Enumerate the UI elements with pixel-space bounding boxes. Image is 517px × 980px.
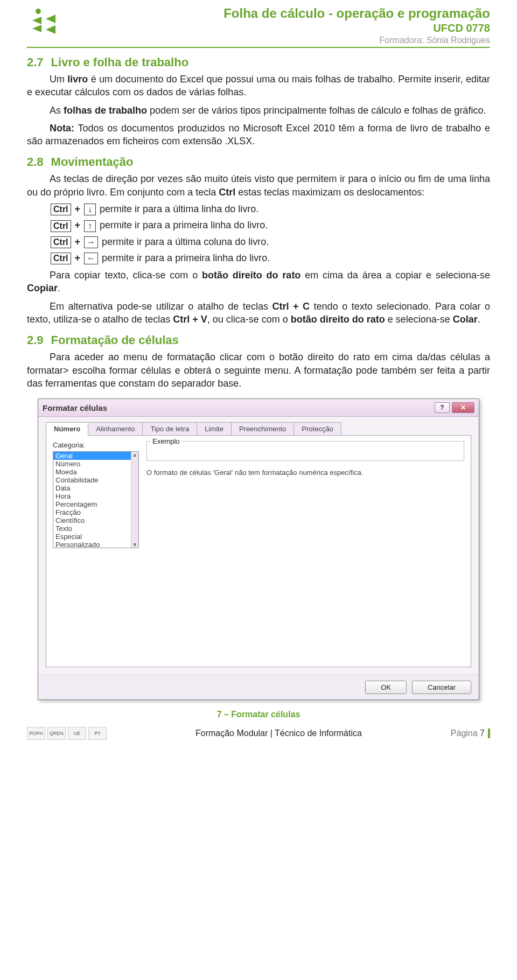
tab-alinhamento[interactable]: Alinhamento (88, 422, 143, 435)
example-groupbox: Exemplo (146, 441, 464, 461)
tab-numero[interactable]: Número (46, 422, 88, 436)
sec-27-note: Nota: Todos os documentos produzidos no … (27, 122, 490, 148)
cancel-button[interactable]: Cancelar (412, 681, 471, 694)
scroll-up-icon[interactable]: ▲ (132, 452, 138, 458)
category-label: Categoria: (53, 441, 139, 449)
list-item[interactable]: Hora (53, 492, 131, 500)
section-number: 2.7 (27, 55, 44, 69)
category-listbox[interactable]: Geral Número Moeda Contabilidade Data Ho… (53, 451, 139, 548)
list-item[interactable]: Personalizado (53, 541, 131, 548)
page-footer: POPH QREN UE PT Formação Modular | Técni… (27, 727, 490, 740)
svg-point-0 (36, 9, 41, 14)
text-bold: livro (67, 74, 88, 85)
sec-27-paragraph-2: As folhas de trabalho podem ser de vário… (27, 104, 490, 117)
sec-28-paste-paragraph: Em alternativa pode-se utilizar o atalho… (27, 300, 490, 326)
list-item[interactable]: Data (53, 484, 131, 492)
text-fragment: em cima da área a copiar e seleciona-se (301, 270, 490, 281)
text-bold: botão direito do rato (202, 270, 301, 281)
footer-center-text: Formação Modular | Técnico de Informátic… (107, 729, 451, 738)
arrow-left-key: ← (84, 253, 98, 264)
ctrl-key: Ctrl (51, 220, 71, 232)
text-fragment: . (478, 314, 480, 325)
shortcut-desc: permite ir para a primeira linha do livr… (97, 220, 268, 230)
dialog-titlebar[interactable]: Formatar células ? ✕ (38, 399, 479, 417)
scroll-down-icon[interactable]: ▼ (132, 542, 138, 548)
list-item[interactable]: Geral (53, 452, 131, 460)
text-fragment: Para copiar texto, clica-se com o (50, 270, 202, 281)
text-bold: Ctrl (219, 187, 235, 198)
shortcut-row-left: Ctrl + ← permite ir para a primeira linh… (50, 253, 490, 264)
plus-symbol: + (72, 220, 83, 230)
keyboard-shortcuts-list: Ctrl + ↓ permite ir para a última linha … (50, 204, 490, 264)
shortcut-row-right: Ctrl + → permite ir para a última coluna… (50, 236, 490, 248)
text-fragment: é um documento do Excel que possui uma o… (27, 74, 490, 97)
listbox-scrollbar[interactable]: ▲ ▼ (131, 452, 138, 548)
ctrl-key: Ctrl (51, 204, 71, 215)
ok-button[interactable]: OK (365, 681, 407, 694)
section-number: 2.9 (27, 333, 44, 347)
dialog-tabs: Número Alinhamento Tipo de letra Limite … (46, 422, 471, 436)
note-text: Todos os documentos produzidos no Micros… (27, 123, 490, 146)
figure-caption: 7 – Formatar células (27, 710, 490, 719)
document-title: Folha de cálculo - operação e programaçã… (223, 5, 490, 22)
list-item[interactable]: Moeda (53, 468, 131, 476)
list-item[interactable]: Científico (53, 516, 131, 524)
badge-ue: UE (68, 727, 86, 740)
section-title: Movimentação (51, 155, 134, 169)
help-icon[interactable]: ? (435, 402, 450, 413)
section-number: 2.8 (27, 155, 44, 169)
arrow-up-key: ↑ (84, 220, 96, 232)
section-title: Formatação de células (51, 333, 179, 347)
sec-29-paragraph-1: Para aceder ao menu de formatação clicar… (27, 351, 490, 390)
tab-limite[interactable]: Limite (197, 422, 232, 435)
format-description: O formato de células 'Geral' não tem for… (146, 468, 464, 477)
sec-27-paragraph-1: Um livro é um documento do Excel que pos… (27, 73, 490, 99)
plus-symbol: + (72, 236, 83, 247)
text-fragment: Em alternativa pode-se utilizar o atalho… (50, 301, 272, 312)
plus-symbol: + (72, 204, 83, 214)
page-number-value: 7 (480, 729, 485, 738)
list-item[interactable]: Contabilidade (53, 476, 131, 484)
text-fragment: e seleciona-se (385, 314, 453, 325)
text-bold: folhas de trabalho (64, 105, 147, 116)
text-bold: Ctrl + C (272, 301, 310, 312)
tab-proteccao[interactable]: Protecção (294, 422, 341, 435)
badge-poph: POPH (27, 727, 45, 740)
page-number: Página 7 (451, 729, 490, 738)
list-item[interactable]: Fracção (53, 508, 131, 516)
shortcut-desc: permite ir para a última linha do livro. (97, 204, 258, 214)
logo (27, 5, 65, 38)
shortcut-row-up: Ctrl + ↑ permite ir para a primeira linh… (50, 220, 490, 232)
arrow-down-key: ↓ (84, 204, 96, 215)
footer-logos: POPH QREN UE PT (27, 727, 107, 740)
plus-symbol: + (72, 253, 83, 263)
list-item[interactable]: Número (53, 460, 131, 468)
text-bold: botão direito do rato (291, 314, 385, 325)
section-title: Livro e folha de trabalho (51, 55, 188, 69)
shortcut-desc: permite ir para a última coluna do livro… (99, 236, 269, 247)
close-icon[interactable]: ✕ (452, 402, 474, 413)
section-2-8-heading: 2.8Movimentação (27, 155, 490, 169)
shortcut-row-down: Ctrl + ↓ permite ir para a última linha … (50, 204, 490, 215)
text-bold: Colar (453, 314, 478, 325)
badge-qren: QREN (47, 727, 66, 740)
text-fragment: podem ser de vários tipos principalmente… (147, 105, 486, 116)
format-cells-dialog: Formatar células ? ✕ Número Alinhamento … (38, 398, 479, 700)
text-bold: Copiar (27, 283, 58, 293)
ctrl-key: Ctrl (51, 253, 71, 264)
list-item[interactable]: Percentagem (53, 500, 131, 508)
example-label: Exemplo (150, 437, 182, 445)
trainer-name: Formadora: Sónia Rodrigues (223, 35, 490, 46)
tab-preenchimento[interactable]: Preenchimento (231, 422, 294, 435)
dialog-title-text: Formatar células (43, 403, 107, 412)
text-fragment: Um (50, 74, 67, 85)
ufcd-code: UFCD 0778 (223, 22, 490, 35)
sec-28-paragraph-1: As teclas de direção por vezes são muito… (27, 172, 490, 199)
tab-tipo-de-letra[interactable]: Tipo de letra (142, 422, 197, 435)
page-label: Página (451, 729, 480, 738)
note-label: Nota: (50, 123, 74, 134)
list-item[interactable]: Especial (53, 533, 131, 541)
list-item[interactable]: Texto (53, 524, 131, 533)
section-2-9-heading: 2.9Formatação de células (27, 333, 490, 347)
arrow-right-key: → (84, 236, 98, 248)
